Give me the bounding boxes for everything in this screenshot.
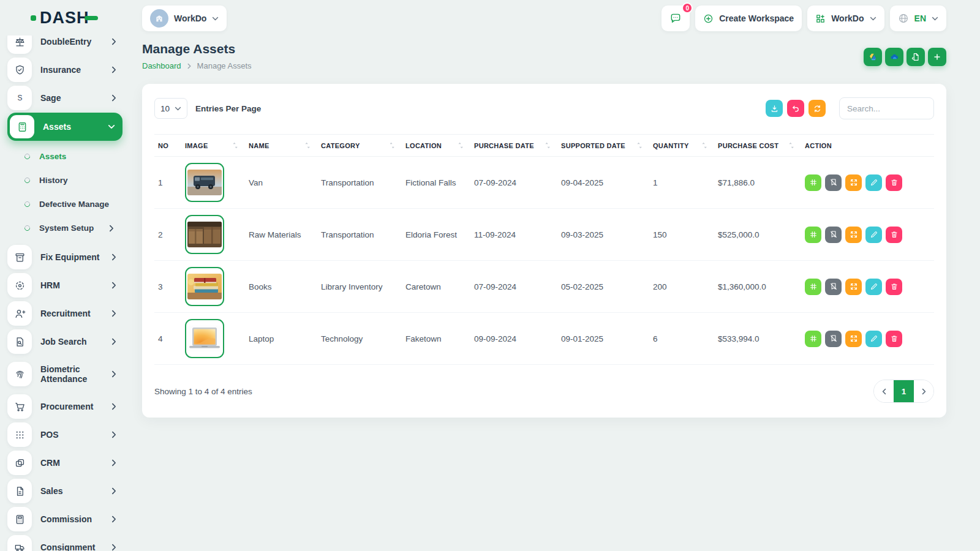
cell-purchase-cost: $1,360,000.0 [714,261,801,313]
column-header-no: NO [154,135,181,157]
workspace-selector[interactable]: WorkDo [142,6,227,31]
cell-purchase-date: 11-09-2024 [470,209,557,261]
language-selector[interactable]: EN [890,6,946,31]
entries-per-page-select[interactable]: 10 [154,98,187,119]
cell-name: Books [245,261,317,313]
column-header-category[interactable]: CATEGORY [317,135,402,157]
qr-code-button[interactable] [805,331,821,347]
sidebar-subitem-defective-manage[interactable]: Defective Manage [24,192,123,216]
add-asset-button[interactable] [928,48,946,66]
logo-dot-icon [31,15,36,21]
sidebar-subitem-history[interactable]: History [24,168,123,192]
page-1-button[interactable]: 1 [894,380,914,402]
entries-per-page-value: 10 [160,104,170,113]
sidebar-item-insurance[interactable]: Insurance [7,56,123,83]
column-header-image[interactable]: IMAGE [181,135,245,157]
sidebar-item-consignment[interactable]: Consignment [7,534,123,551]
cell-supported-date: 09-04-2025 [557,157,649,209]
sidebar-item-recruitment[interactable]: Recruitment [7,300,123,327]
sidebar-item-doubleentry[interactable]: DoubleEntry [7,36,123,55]
qr-code-button[interactable] [805,279,821,295]
sidebar-subitem-system-setup[interactable]: System Setup [24,216,123,240]
edit-button[interactable] [865,174,882,191]
assets-submenu: Assets History Defective Manage System S… [7,142,123,244]
previous-page-button[interactable] [874,380,894,402]
sidebar-item-label: Sales [40,486,63,496]
pagination: 1 [873,380,934,403]
table-row: 4 Laptop Technology Faketown 09-09-2024 … [154,313,934,365]
circle-bullet-icon [23,152,31,160]
overlap-squares-icon [7,451,32,475]
calculator-icon [10,115,34,138]
export-file-button[interactable] [907,48,925,66]
edit-button[interactable] [865,227,882,243]
chevron-down-icon [175,105,181,112]
sidebar-item-commission[interactable]: Commission [7,506,123,533]
breadcrumb-dashboard-link[interactable]: Dashboard [142,61,181,70]
refresh-button[interactable] [809,100,826,117]
sidebar-item-sage[interactable]: S Sage [7,84,123,111]
delete-button[interactable] [886,227,902,243]
cell-location: Faketown [402,313,470,365]
sidebar-item-fix-equipment[interactable]: Fix Equipment [7,244,123,271]
bookmark-off-button[interactable] [825,174,842,191]
page-title: Manage Assets [142,42,252,56]
sidebar-subitem-label: System Setup [39,223,94,233]
bookmark-off-button[interactable] [825,279,842,295]
expand-button[interactable] [845,279,862,295]
app-logo[interactable]: DASH [0,0,130,36]
undo-button[interactable] [787,100,804,117]
column-header-name[interactable]: NAME [245,135,317,157]
chevron-right-icon [110,253,118,261]
expand-button[interactable] [845,174,862,191]
sort-icon [788,141,794,149]
delete-button[interactable] [886,279,902,295]
chevron-down-icon [870,15,876,22]
breadcrumb: Dashboard Manage Assets [142,61,252,70]
sidebar-item-label: DoubleEntry [40,37,91,47]
expand-button[interactable] [845,227,862,243]
sidebar-item-biometric-attendance[interactable]: Biometric Attendance [7,356,123,392]
sidebar-item-hrm[interactable]: HRM [7,272,123,299]
table-header-row: NO IMAGE NAME CATEGORY LOCATION PURCHASE… [154,135,934,157]
edit-button[interactable] [865,331,882,347]
column-header-quantity[interactable]: QUANTITY [649,135,714,157]
download-icon [770,104,779,113]
row-actions [805,174,930,191]
bookmark-off-button[interactable] [825,331,842,347]
bookmark-off-button[interactable] [825,227,842,243]
column-header-location[interactable]: LOCATION [402,135,470,157]
column-header-supported-date[interactable]: SUPPORTED DATE [557,135,649,157]
sidebar-item-procurement[interactable]: Procurement [7,393,123,420]
table-footer: Showing 1 to 4 of 4 entries 1 [154,380,934,403]
sidebar-item-crm[interactable]: CRM [7,449,123,476]
sidebar-item-assets[interactable]: Assets [7,113,123,141]
sidebar-item-pos[interactable]: POS [7,421,123,448]
qr-code-button[interactable] [805,174,821,191]
workspace-menu-button[interactable]: WorkDo [807,6,884,31]
sidebar-item-job-search[interactable]: Job Search [7,328,123,355]
next-page-button[interactable] [914,380,933,402]
sidebar-subitem-assets[interactable]: Assets [24,144,123,168]
asset-image-van [185,163,224,202]
edit-button[interactable] [865,279,882,295]
chevron-down-icon [108,123,115,130]
column-header-purchase-cost[interactable]: PURCHASE COST [714,135,801,157]
delete-button[interactable] [886,331,902,347]
cell-category: Transportation [317,157,402,209]
create-workspace-button[interactable]: Create Workspace [695,6,802,31]
sort-icon [545,141,550,149]
download-button[interactable] [766,100,783,117]
cell-location: Fictional Falls [402,157,470,209]
qr-code-button[interactable] [805,227,821,243]
onedrive-button[interactable] [885,48,903,66]
search-input[interactable] [839,97,934,119]
expand-button[interactable] [845,331,862,347]
cell-purchase-date: 09-09-2024 [470,313,557,365]
chevron-down-icon [212,15,219,22]
delete-button[interactable] [886,174,902,191]
messages-button[interactable]: 0 [662,6,690,31]
column-header-purchase-date[interactable]: PURCHASE DATE [470,135,557,157]
google-drive-button[interactable] [864,48,882,66]
sidebar-item-sales[interactable]: Sales [7,478,123,504]
